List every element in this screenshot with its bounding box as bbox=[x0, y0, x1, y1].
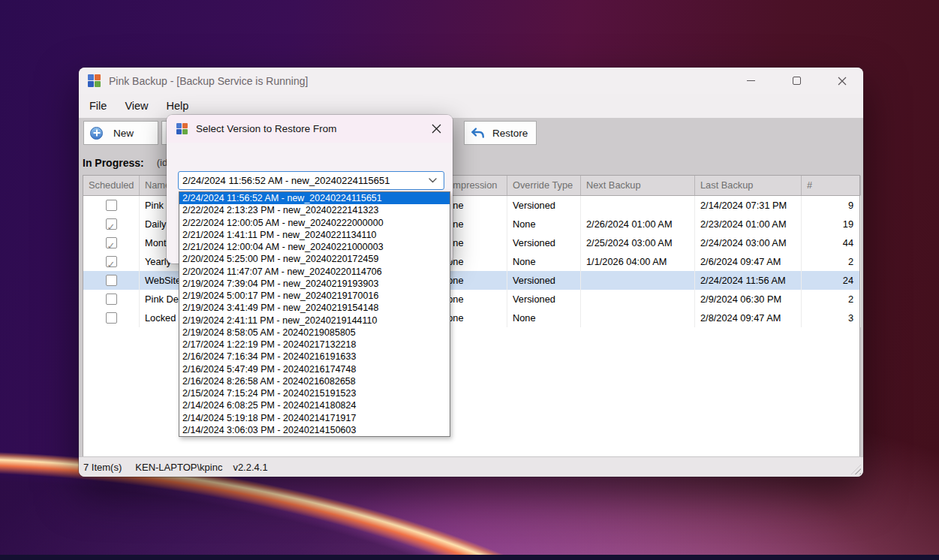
menu-file[interactable]: File bbox=[83, 97, 113, 115]
restore-undo-icon bbox=[471, 127, 485, 140]
column-header-scheduled[interactable]: Scheduled bbox=[83, 176, 140, 195]
cell-last-backup: 2/14/2024 07:31 PM bbox=[695, 196, 802, 215]
app-icon bbox=[88, 74, 101, 88]
close-icon bbox=[432, 124, 441, 134]
version-dropdown-list: 2/24/2024 11:56:52 AM - new_202402241156… bbox=[179, 191, 450, 437]
version-list-item[interactable]: 2/15/2024 7:15:24 PM - 20240215191523 bbox=[179, 387, 450, 399]
scheduled-checkbox[interactable] bbox=[106, 237, 117, 248]
cell-last-backup: 2/9/2024 06:30 PM bbox=[695, 290, 802, 309]
column-header-last-backup[interactable]: Last Backup bbox=[695, 176, 802, 195]
cell-next-backup bbox=[581, 309, 695, 327]
cell-next-backup: 2/25/2024 03:00 AM bbox=[581, 233, 695, 252]
cell-last-backup: 2/6/2024 09:47 AM bbox=[695, 252, 802, 271]
minimize-button[interactable] bbox=[743, 74, 758, 89]
scheduled-cell bbox=[83, 271, 140, 290]
cell-override: None bbox=[507, 309, 581, 327]
cell-count: 24 bbox=[802, 271, 861, 290]
app-icon-tile bbox=[95, 74, 101, 80]
dialog-close-button[interactable] bbox=[430, 122, 443, 135]
status-bar: 7 Item(s) KEN-LAPTOP\kpinc v2.2.4.1 bbox=[79, 456, 863, 477]
cell-last-backup: 2/8/2024 09:47 AM bbox=[695, 309, 802, 327]
version-list-item[interactable]: 2/16/2024 5:47:49 PM - 20240216174748 bbox=[179, 363, 450, 375]
scheduled-checkbox[interactable] bbox=[106, 200, 117, 211]
cell-next-backup: 2/26/2024 01:00 AM bbox=[581, 215, 695, 233]
restore-button[interactable]: Restore bbox=[464, 121, 537, 145]
scheduled-cell bbox=[83, 196, 140, 215]
cell-count: 44 bbox=[802, 233, 861, 252]
version-list-item[interactable]: 2/20/2024 5:25:00 PM - new_2024022017245… bbox=[179, 253, 450, 265]
combobox-value: 2/24/2024 11:56:52 AM - new_202402241156… bbox=[182, 175, 429, 186]
scheduled-checkbox[interactable] bbox=[106, 275, 117, 286]
menu-help[interactable]: Help bbox=[161, 97, 195, 115]
version-list-item[interactable]: 2/22/2024 12:00:05 AM - new_202402220000… bbox=[179, 217, 450, 229]
cell-count: 19 bbox=[802, 215, 861, 233]
status-version: v2.2.4.1 bbox=[233, 462, 267, 473]
version-list-item[interactable]: 2/19/2024 5:00:17 PM - new_2024021917001… bbox=[179, 290, 450, 302]
scheduled-checkbox[interactable] bbox=[106, 218, 117, 230]
version-list-item[interactable]: 2/19/2024 8:58:05 AM - 20240219085805 bbox=[179, 327, 450, 339]
in-progress-label: In Progress: bbox=[83, 157, 144, 169]
version-list-item[interactable]: 2/21/2024 12:00:04 AM - new_202402210000… bbox=[179, 241, 450, 253]
version-list-item[interactable]: 2/16/2024 8:26:58 AM - 20240216082658 bbox=[179, 375, 450, 387]
version-list-item[interactable]: 2/19/2024 7:39:04 PM - new_2024021919390… bbox=[179, 278, 450, 290]
menu-view[interactable]: View bbox=[119, 97, 154, 115]
version-list-item[interactable]: 2/24/2024 11:56:52 AM - new_202402241156… bbox=[179, 192, 450, 204]
close-button[interactable] bbox=[835, 74, 850, 89]
version-list-item[interactable]: 2/19/2024 3:41:49 PM - new_2024021915414… bbox=[179, 302, 450, 314]
cell-next-backup bbox=[581, 196, 695, 215]
column-header-count[interactable]: # bbox=[802, 176, 861, 195]
version-list-item[interactable]: 2/14/2024 6:08:25 PM - 20240214180824 bbox=[179, 399, 450, 411]
app-icon-tile bbox=[176, 123, 182, 128]
restore-button-label: Restore bbox=[492, 128, 528, 139]
column-header-override-type[interactable]: Override Type bbox=[507, 176, 581, 195]
cell-override: None bbox=[507, 252, 581, 271]
new-button-label: New bbox=[113, 128, 134, 139]
plus-icon bbox=[90, 127, 103, 140]
version-list-item[interactable]: 2/14/2024 3:06:03 PM - 20240214150603 bbox=[179, 424, 450, 436]
scheduled-checkbox[interactable] bbox=[106, 256, 117, 267]
cell-last-backup: 2/24/2024 11:56 AM bbox=[695, 271, 802, 290]
version-list-item[interactable]: 2/16/2024 7:16:34 PM - 20240216191633 bbox=[179, 351, 450, 363]
scheduled-cell bbox=[83, 215, 140, 233]
cell-override: Versioned bbox=[507, 290, 581, 309]
cell-count: 2 bbox=[802, 290, 861, 309]
cell-next-backup bbox=[581, 290, 695, 309]
version-combobox[interactable]: 2/24/2024 11:56:52 AM - new_202402241156… bbox=[178, 171, 444, 190]
cell-override: Versioned bbox=[507, 233, 581, 252]
cell-override: None bbox=[507, 215, 581, 233]
window-title: Pink Backup - [Backup Service is Running… bbox=[109, 75, 308, 87]
status-host-user: KEN-LAPTOP\kpinc bbox=[135, 462, 222, 473]
dialog-title-bar[interactable]: Select Version to Restore From bbox=[167, 115, 453, 143]
version-list-item[interactable]: 2/20/2024 11:47:07 AM - new_202402201147… bbox=[179, 266, 450, 278]
cell-count: 2 bbox=[802, 252, 861, 271]
scheduled-cell bbox=[83, 309, 140, 327]
chevron-down-icon bbox=[429, 178, 437, 183]
version-list-item[interactable]: 2/19/2024 2:41:11 PM - new_2024021914411… bbox=[179, 315, 450, 327]
maximize-button[interactable] bbox=[789, 74, 804, 89]
scheduled-cell bbox=[83, 290, 140, 309]
dialog-title: Select Version to Restore From bbox=[196, 123, 337, 134]
version-list-item[interactable]: 2/17/2024 1:22:19 PM - 20240217132218 bbox=[179, 339, 450, 351]
scheduled-checkbox[interactable] bbox=[106, 294, 117, 305]
version-list-item[interactable]: 2/14/2024 5:19:18 PM - 20240214171917 bbox=[179, 412, 450, 424]
scheduled-checkbox[interactable] bbox=[106, 312, 117, 324]
status-item-count: 7 Item(s) bbox=[83, 462, 122, 473]
cell-next-backup bbox=[581, 271, 695, 290]
app-icon-tile bbox=[182, 129, 188, 134]
app-icon-tile bbox=[88, 81, 94, 87]
cell-count: 3 bbox=[802, 309, 861, 327]
cell-override: Versioned bbox=[507, 271, 581, 290]
app-icon-tile bbox=[182, 123, 188, 128]
minimize-icon bbox=[747, 80, 755, 81]
version-list-item[interactable]: 2/22/2024 2:13:23 PM - new_2024022214132… bbox=[179, 204, 450, 216]
window-controls bbox=[743, 68, 850, 94]
resize-grip[interactable] bbox=[851, 465, 861, 474]
new-button[interactable]: New bbox=[83, 121, 158, 145]
app-icon-tile bbox=[176, 129, 182, 134]
column-header-next-backup[interactable]: Next Backup bbox=[581, 176, 695, 195]
title-bar[interactable]: Pink Backup - [Backup Service is Running… bbox=[79, 68, 863, 94]
version-list-item[interactable]: 2/21/2024 1:41:11 PM - new_2024022113411… bbox=[179, 229, 450, 241]
app-icon-tile bbox=[95, 81, 101, 87]
cell-override: Versioned bbox=[507, 196, 581, 215]
cell-last-backup: 2/24/2024 03:00 AM bbox=[695, 233, 802, 252]
